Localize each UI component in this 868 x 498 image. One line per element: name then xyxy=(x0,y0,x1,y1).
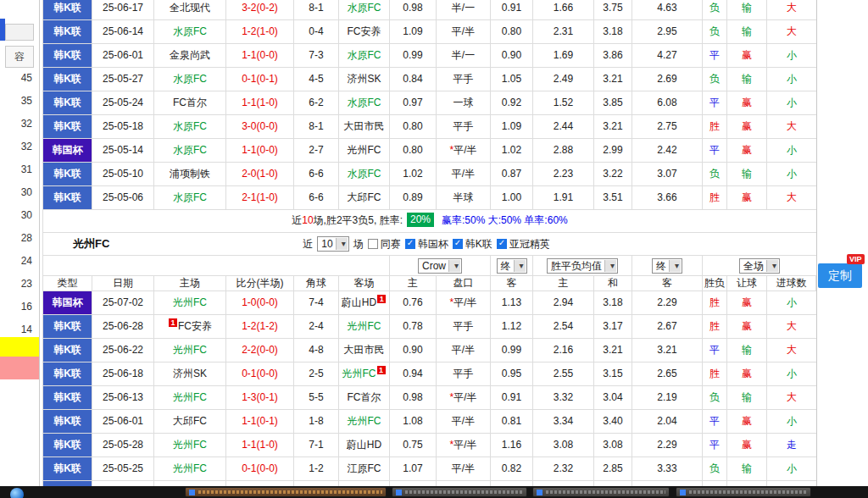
home-team-name: 光州FC xyxy=(173,344,207,356)
asian-odds-away: 1.05 xyxy=(491,68,533,91)
filter-checkbox-same-league[interactable]: 同赛 xyxy=(368,237,401,252)
result-goals: 小 xyxy=(767,457,816,481)
left-box[interactable] xyxy=(5,24,34,41)
asian-odds-home: 0.78 xyxy=(390,315,437,339)
away-team-name: 光州FC xyxy=(348,320,381,332)
match-row: 韩K联 25-06-17 全北现代 3-2(0-2) 8-1 水原FC 0.98… xyxy=(43,0,816,20)
match-row: 韩K联 25-05-25 光州FC 0-1(0-0) 1-2 江原FC 1.07… xyxy=(43,457,816,481)
away-team-name: FC安养 xyxy=(348,25,381,37)
result-handicap: 赢 xyxy=(727,434,767,457)
filter-checkbox-k-league[interactable]: 韩K联 xyxy=(453,237,492,252)
result-wdl: 胜 xyxy=(703,115,727,139)
date-cell: 25-06-17 xyxy=(92,0,154,20)
odds-state-select[interactable]: 终 xyxy=(497,258,527,274)
result-goals: 大 xyxy=(767,20,816,44)
euro-odds-draw: 3.22 xyxy=(594,163,632,186)
header-spacer xyxy=(43,256,390,276)
match-row: 韩K联 25-05-10 浦项制铁 2-0(1-0) 6-6 水原FC 1.02… xyxy=(43,163,816,186)
window-title-text xyxy=(689,490,807,494)
home-team-cell: 金泉尚武 xyxy=(154,44,226,68)
taskbar-window-4[interactable] xyxy=(676,487,811,497)
away-team-cell: FC安养 xyxy=(339,20,390,44)
redcard-badge: 1 xyxy=(169,318,177,327)
home-team-name: 水原FC xyxy=(173,191,207,203)
euro-odds-home: 2.32 xyxy=(533,457,594,481)
asian-odds-home: 0.84 xyxy=(390,68,437,91)
taskbar-window-1[interactable] xyxy=(185,487,387,497)
euro-odds-away: 2.29 xyxy=(632,434,703,457)
match-row: 韩K联 25-06-22 光州FC 2-2(0-0) 4-8 大田市民 0.90… xyxy=(43,339,816,362)
euro-odds-draw: 3.75 xyxy=(594,0,632,20)
handicap-line: 平/半 xyxy=(453,296,476,308)
score-cell: 1-1(0-1) xyxy=(226,410,294,434)
left-label-box[interactable]: 容 xyxy=(5,46,34,68)
home-team-name: 济州SK xyxy=(173,368,207,379)
away-team-cell: 光州FC1 xyxy=(339,362,390,386)
league-cell: 韩K联 xyxy=(43,0,92,20)
col-header-type: 类型 xyxy=(43,276,92,291)
scope-select[interactable]: 全场 xyxy=(739,258,780,274)
app-screen: 容 45 35 32 32 31 30 30 28 24 23 16 14 xyxy=(0,0,868,498)
euro-odds-home: 2.94 xyxy=(533,291,594,315)
match-row: 韩K联 25-05-28 光州FC 1-1(1-0) 7-1 蔚山HD 0.75… xyxy=(43,434,816,457)
date-cell: 25-05-06 xyxy=(92,186,154,210)
result-handicap: 输 xyxy=(727,0,767,20)
match-row: 韩国杯 25-05-14 水原FC 1-1(0-0) 2-7 光州FC 0.80… xyxy=(43,139,816,163)
checkbox-label: 同赛 xyxy=(381,237,401,252)
away-team-name: 蔚山HD xyxy=(347,439,381,451)
match-row: 韩K联 25-06-28 1FC安养 1-2(1-2) 2-4 光州FC 0.7… xyxy=(43,315,816,339)
redcard-badge: 1 xyxy=(377,366,386,374)
taskbar-window-2[interactable] xyxy=(392,487,527,497)
league-cell: 韩K联 xyxy=(43,339,92,362)
euro-avg-select[interactable]: 胜平负均值 xyxy=(547,258,618,274)
away-team-cell: 光州FC xyxy=(339,139,390,163)
gwangju-recent-table: 韩国杯 25-07-02 光州FC 1-0(0-0) 7-4 蔚山HD1 0.7… xyxy=(43,291,816,498)
euro-odds-home: 2.23 xyxy=(533,163,594,186)
euro-odds-away: 3.66 xyxy=(632,186,703,210)
away-team-name: 水原FC xyxy=(348,2,381,14)
bookmaker-select[interactable]: Crow xyxy=(418,258,462,274)
home-team-name: 水原FC xyxy=(173,120,207,132)
home-team-cell: 水原FC xyxy=(154,186,226,210)
handicap-line: 平手 xyxy=(453,320,474,332)
score-cell: 3-0(0-0) xyxy=(226,115,294,139)
taskbar-window-3[interactable] xyxy=(532,487,670,497)
col-header-goals: 进球数 xyxy=(767,276,816,291)
euro-odds-away: 2.04 xyxy=(632,410,703,434)
league-cell: 韩K联 xyxy=(43,434,92,457)
league-cell: 韩K联 xyxy=(43,362,92,386)
result-handicap: 赢 xyxy=(727,291,767,315)
euro-state-select[interactable]: 终 xyxy=(652,258,682,274)
away-team-name: 光州FC xyxy=(342,368,376,379)
customize-button[interactable]: 定制 xyxy=(818,263,862,288)
euro-odds-away: 3.33 xyxy=(632,457,703,481)
euro-odds-home: 1.52 xyxy=(533,91,594,115)
match-row: 韩K联 25-06-18 济州SK 0-1(0-0) 2-5 光州FC1 0.9… xyxy=(43,362,816,386)
filter-checkbox-korea-cup[interactable]: 韩国杯 xyxy=(405,237,448,252)
score-cell: 1-1(0-0) xyxy=(226,139,294,163)
rank-number: 30 xyxy=(21,181,32,204)
euro-odds-draw: 3.18 xyxy=(594,291,632,315)
handicap-line-cell: 平/半 xyxy=(437,339,491,362)
euro-odds-draw: 3.21 xyxy=(594,115,632,139)
away-team-name: 水原FC xyxy=(348,168,381,180)
result-wdl: 负 xyxy=(703,386,727,410)
asian-odds-home: 0.76 xyxy=(390,291,437,315)
score-cell: 0-1(0-0) xyxy=(226,457,294,481)
recent-count-select[interactable]: 10 xyxy=(317,236,348,252)
away-team-name: 光州FC xyxy=(348,144,381,156)
result-handicap: 输 xyxy=(727,20,767,44)
handicap-line: 平/半 xyxy=(453,144,476,156)
handicap-line: 半/一 xyxy=(452,2,475,14)
handicap-line: 平手 xyxy=(453,368,474,379)
corners-cell: 6-6 xyxy=(294,186,339,210)
home-team-name: 光州FC xyxy=(173,391,207,403)
euro-odds-draw: 3.51 xyxy=(594,186,632,210)
checkbox-box xyxy=(368,239,378,249)
date-cell: 25-06-13 xyxy=(92,386,154,410)
result-wdl: 胜 xyxy=(703,291,727,315)
browser-icon[interactable] xyxy=(10,488,24,498)
filter-checkbox-acl-elite[interactable]: 亚冠精英 xyxy=(497,237,550,252)
asian-odds-home: 0.75 xyxy=(390,434,437,457)
result-handicap: 赢 xyxy=(727,115,767,139)
